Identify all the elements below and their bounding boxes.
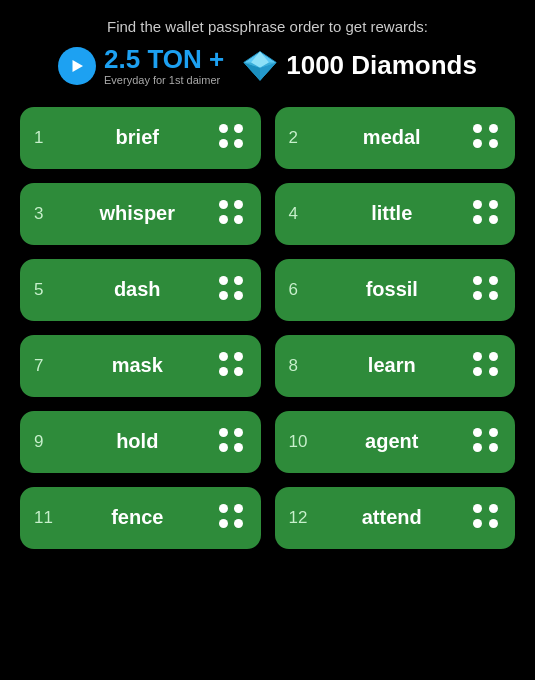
word-label: little xyxy=(311,202,474,225)
diamond-amount: 1000 Diamonds xyxy=(286,50,477,81)
dice-icon xyxy=(473,352,501,380)
word-card[interactable]: 4little xyxy=(275,183,516,245)
word-label: hold xyxy=(56,430,219,453)
instruction-text: Find the wallet passphrase order to get … xyxy=(107,18,428,35)
word-card[interactable]: 5dash xyxy=(20,259,261,321)
word-card[interactable]: 1brief xyxy=(20,107,261,169)
word-card[interactable]: 11fence xyxy=(20,487,261,549)
ton-reward: 2.5 TON + Everyday for 1st daimer xyxy=(58,45,224,87)
diamond-icon xyxy=(242,48,278,84)
word-number: 5 xyxy=(34,280,56,300)
word-card[interactable]: 10agent xyxy=(275,411,516,473)
dice-icon xyxy=(219,200,247,228)
reward-bar: 2.5 TON + Everyday for 1st daimer 1000 D… xyxy=(58,45,477,87)
word-label: fossil xyxy=(311,278,474,301)
word-number: 9 xyxy=(34,432,56,452)
word-number: 4 xyxy=(289,204,311,224)
diamond-reward: 1000 Diamonds xyxy=(242,48,477,84)
word-label: attend xyxy=(311,506,474,529)
word-card[interactable]: 2medal xyxy=(275,107,516,169)
word-label: dash xyxy=(56,278,219,301)
dice-icon xyxy=(473,124,501,152)
word-label: mask xyxy=(56,354,219,377)
word-label: learn xyxy=(311,354,474,377)
word-number: 2 xyxy=(289,128,311,148)
play-icon xyxy=(58,47,96,85)
word-card[interactable]: 6fossil xyxy=(275,259,516,321)
word-number: 3 xyxy=(34,204,56,224)
word-card[interactable]: 9hold xyxy=(20,411,261,473)
word-label: brief xyxy=(56,126,219,149)
word-card[interactable]: 3whisper xyxy=(20,183,261,245)
word-number: 12 xyxy=(289,508,311,528)
ton-subtitle: Everyday for 1st daimer xyxy=(104,74,224,87)
dice-icon xyxy=(219,428,247,456)
dice-icon xyxy=(473,504,501,532)
word-label: whisper xyxy=(56,202,219,225)
word-label: medal xyxy=(311,126,474,149)
dice-icon xyxy=(219,352,247,380)
dice-icon xyxy=(473,428,501,456)
word-number: 11 xyxy=(34,508,56,528)
dice-icon xyxy=(219,504,247,532)
word-card[interactable]: 8learn xyxy=(275,335,516,397)
dice-icon xyxy=(473,200,501,228)
word-number: 6 xyxy=(289,280,311,300)
words-grid: 1brief2medal3whisper4little5dash6fossil7… xyxy=(20,107,515,549)
word-number: 1 xyxy=(34,128,56,148)
svg-marker-0 xyxy=(73,60,84,72)
word-label: fence xyxy=(56,506,219,529)
word-number: 7 xyxy=(34,356,56,376)
word-number: 10 xyxy=(289,432,311,452)
dice-icon xyxy=(219,124,247,152)
word-label: agent xyxy=(311,430,474,453)
ton-amount: 2.5 TON + xyxy=(104,45,224,74)
word-card[interactable]: 12attend xyxy=(275,487,516,549)
word-number: 8 xyxy=(289,356,311,376)
dice-icon xyxy=(219,276,247,304)
word-card[interactable]: 7mask xyxy=(20,335,261,397)
dice-icon xyxy=(473,276,501,304)
